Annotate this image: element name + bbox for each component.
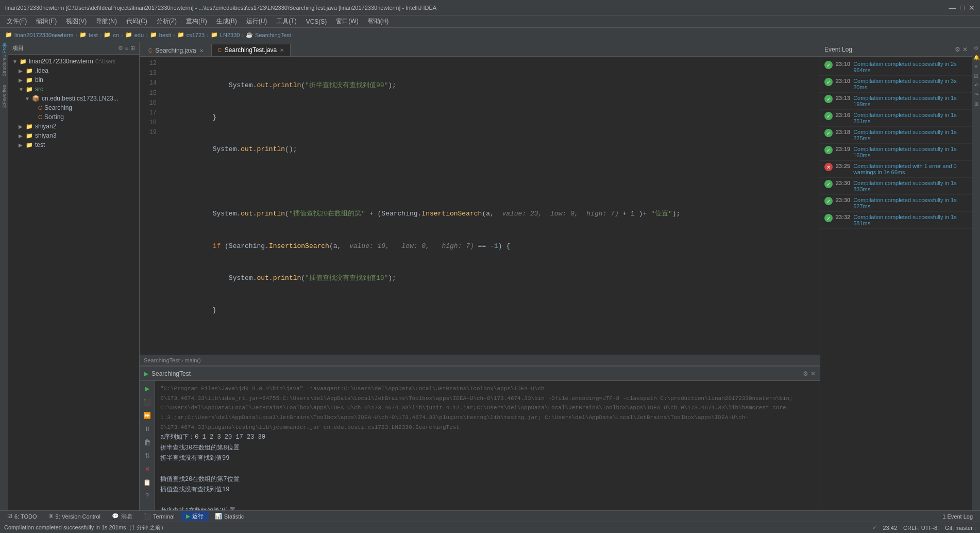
panel-close-icon[interactable]: ≡ — [125, 45, 128, 52]
event-message-9[interactable]: Compilation completed successfully in 1s… — [853, 214, 968, 226]
tree-item-searching[interactable]: ▶ C Searching — [8, 103, 139, 112]
tree-item-idea[interactable]: ▶ 📁 .idea — [8, 66, 139, 75]
menu-build[interactable]: 生成(B) — [212, 16, 241, 27]
close-button[interactable]: ✕ — [969, 4, 975, 12]
nav-searchingtest[interactable]: SearchingTest — [255, 32, 291, 38]
menu-edit[interactable]: 编辑(E) — [32, 16, 61, 27]
nav-ln2330[interactable]: LN2330 — [220, 32, 240, 38]
event-message-6[interactable]: Compilation completed with 1 error and 0… — [853, 163, 968, 175]
tree-item-bin[interactable]: ▶ 📁 bin — [8, 75, 139, 85]
tab-searching[interactable]: C Searching.java ✕ — [142, 44, 210, 56]
tab-searchingtest[interactable]: C SearchingTest.java ✕ — [211, 44, 291, 56]
stop-button[interactable]: ⬛ — [142, 396, 153, 408]
tab-vcs[interactable]: ⑨ 9: Version Control — [43, 512, 106, 521]
vt-icon-4[interactable]: ☑ — [973, 72, 980, 79]
vt-icon-7[interactable]: ⊞ — [973, 100, 980, 107]
expand-arrow-test: ▶ — [19, 142, 24, 148]
tree-item-package[interactable]: ▼ 📦 cn.edu.besti.cs1723.LN23... — [8, 94, 139, 103]
vt-icon-1[interactable]: ⚙ — [973, 44, 980, 52]
event-message-3[interactable]: Compilation completed successfully in 1s… — [853, 112, 968, 124]
scroll-button[interactable]: 📋 — [142, 477, 153, 488]
event-message-0[interactable]: Compilation completed successfully in 2s… — [853, 61, 968, 73]
tab-bar: C Searching.java ✕ C SearchingTest.java … — [140, 42, 820, 57]
package-icon: 📦 — [32, 95, 40, 102]
nav-besti[interactable]: besti — [159, 32, 171, 38]
event-time-6: 23:25 — [836, 163, 850, 175]
tree-item-src[interactable]: ▼ 📁 src — [8, 85, 139, 94]
tab-statistic[interactable]: 📊 Statistic — [210, 512, 249, 521]
run-close-icon[interactable]: ✕ — [810, 370, 816, 377]
tab-searchingtest-close[interactable]: ✕ — [280, 47, 284, 53]
tab-messages[interactable]: 💬 消息 — [107, 511, 138, 521]
run-settings-icon[interactable]: ⚙ — [803, 370, 808, 377]
nav-edu[interactable]: edu — [134, 32, 144, 38]
menu-navigate[interactable]: 导航(N) — [92, 16, 121, 27]
event-log-close-icon[interactable]: ✕ — [962, 46, 968, 53]
tree-item-root[interactable]: ▼ 📁 linan20172330newterm C:\Users — [8, 57, 139, 66]
clear-button[interactable]: ✕ — [142, 463, 153, 475]
nav-cs1723[interactable]: cs1723 — [187, 32, 205, 38]
code-content[interactable]: System.out.println("折半查找没有查找到值99"); } Sy… — [160, 57, 820, 355]
menu-view[interactable]: 视图(V) — [62, 16, 91, 27]
sort-button[interactable]: ⇅ — [142, 450, 153, 461]
menu-run[interactable]: 运行(U) — [242, 16, 272, 27]
menu-vcs[interactable]: VCS(S) — [302, 17, 331, 26]
status-encoding[interactable]: CRLF: UTF-8: — [903, 525, 939, 531]
tab-run[interactable]: ▶ 运行 — [181, 511, 209, 521]
event-message-4[interactable]: Compilation completed successfully in 1s… — [853, 129, 968, 141]
favorites-icon[interactable]: 2:Favorites — [1, 93, 8, 100]
tree-item-test[interactable]: ▶ 📁 test — [8, 140, 139, 149]
run-controls: ▶ ⬛ ⏩ ⏸ 🗑 ⇅ ✕ 📋 ? — [140, 381, 155, 510]
menu-refactor[interactable]: 重构(R) — [182, 16, 211, 27]
maximize-button[interactable]: □ — [960, 4, 965, 12]
project-icon[interactable]: 1:Project — [1, 44, 8, 52]
rerun-button[interactable]: ▶ — [142, 383, 153, 394]
vt-icon-6[interactable]: ↷ — [973, 91, 980, 98]
vt-icon-5[interactable]: ↶ — [973, 81, 980, 89]
status-line-col[interactable]: 23:42 — [883, 525, 898, 531]
event-message-2[interactable]: Compilation completed successfully in 1s… — [853, 95, 968, 107]
event-message-5[interactable]: Compilation completed successfully in 1s… — [853, 146, 968, 158]
step-over-button[interactable]: 🗑 — [142, 437, 153, 448]
settings-run-icon[interactable]: ? — [142, 490, 153, 502]
vt-icon-3[interactable]: ≡ — [973, 63, 980, 70]
run-output[interactable]: "C:\Program Files\Java\jdk-9.0.4\bin\jav… — [155, 381, 820, 510]
menu-window[interactable]: 窗口(W) — [332, 16, 362, 27]
vt-icon-2[interactable]: 🔔 — [973, 54, 980, 61]
terminal-icon: ⬛ — [144, 513, 151, 520]
tab-searching-close[interactable]: ✕ — [199, 48, 204, 54]
pause-button[interactable]: ⏸ — [142, 423, 153, 435]
event-icon-9: ✓ — [824, 214, 833, 222]
menu-tools[interactable]: 工具(T) — [272, 16, 300, 27]
nav-cn[interactable]: cn — [113, 32, 119, 38]
event-message-8[interactable]: Compilation completed successfully in 1s… — [853, 197, 968, 209]
tab-terminal[interactable]: ⬛ Terminal — [139, 512, 180, 521]
structure-icon[interactable]: Structure — [1, 63, 8, 71]
nav-project[interactable]: linan20172330newterm — [14, 32, 73, 38]
status-git[interactable]: Git: master : — [945, 525, 976, 531]
tab-todo[interactable]: ☑ 6: TODO — [2, 512, 42, 521]
event-log-header: Event Log ⚙ ✕ — [820, 42, 972, 57]
output-line-6: 插值查找没有查找到值19 — [160, 485, 815, 495]
panel-settings-icon[interactable]: ⚙ — [118, 45, 123, 52]
project-panel: 项目 ⚙ ≡ ⊞ ▼ 📁 linan20172330newterm C:\Use… — [8, 42, 140, 510]
event-log-settings-icon[interactable]: ⚙ — [955, 46, 960, 53]
tree-item-shiyan3[interactable]: ▶ 📁 shiyan3 — [8, 131, 139, 140]
expand-arrow-shiyan2: ▶ — [19, 124, 24, 129]
window-controls[interactable]: — □ ✕ — [949, 4, 975, 12]
minimize-button[interactable]: — — [949, 4, 956, 12]
shiyan3-folder-icon: 📁 — [26, 132, 33, 139]
panel-expand-icon[interactable]: ⊞ — [130, 45, 135, 52]
tree-item-shiyan2[interactable]: ▶ 📁 shiyan2 — [8, 122, 139, 131]
menu-help[interactable]: 帮助(H) — [364, 16, 393, 27]
menu-code[interactable]: 代码(C) — [122, 16, 151, 27]
expand-arrow-idea: ▶ — [19, 68, 24, 74]
resume-button[interactable]: ⏩ — [142, 410, 153, 421]
event-message-7[interactable]: Compilation completed successfully in 1s… — [853, 180, 968, 192]
event-log-tab-right[interactable]: 1 Event Log — [937, 513, 978, 520]
event-message-1[interactable]: Compilation completed successfully in 3s… — [853, 78, 968, 90]
menu-analyze[interactable]: 分析(Z) — [153, 16, 181, 27]
tree-item-sorting[interactable]: ▶ C Sorting — [8, 112, 139, 122]
nav-test[interactable]: test — [89, 32, 98, 38]
menu-file[interactable]: 文件(F) — [3, 16, 31, 27]
